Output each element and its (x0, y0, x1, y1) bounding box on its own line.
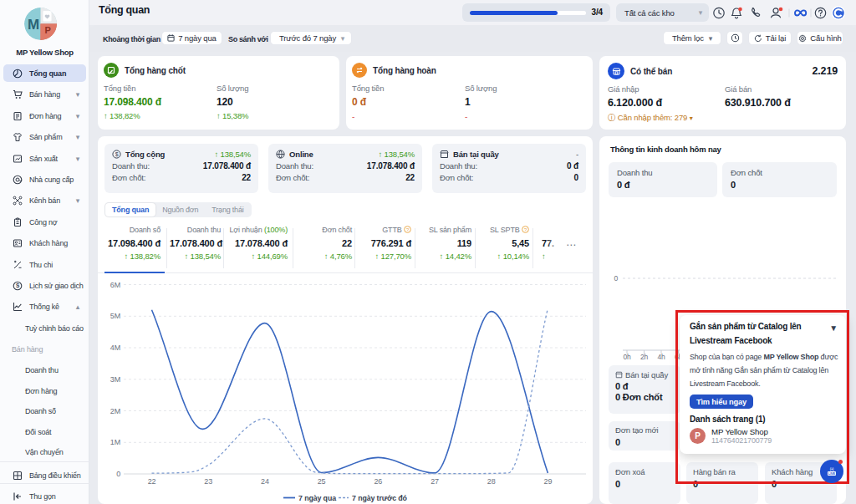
svg-text:S: S (16, 283, 20, 288)
svg-text:7 ngày qua: 7 ngày qua (298, 494, 336, 502)
svg-text:27: 27 (431, 477, 439, 486)
svg-text:23: 23 (204, 477, 212, 486)
svg-text:LIVE: LIVE (828, 471, 836, 476)
svg-text:26: 26 (374, 477, 382, 486)
svg-text:?: ? (406, 227, 410, 232)
svg-text:M: M (28, 17, 39, 33)
svg-text:0h: 0h (623, 353, 631, 361)
svg-text:6M: 6M (110, 281, 120, 289)
svg-text:22: 22 (148, 477, 156, 486)
svg-text:7 ngày trước đó: 7 ngày trước đó (352, 494, 408, 502)
svg-text:24: 24 (261, 477, 269, 486)
svg-text:1M: 1M (110, 438, 120, 446)
svg-text:2M: 2M (110, 407, 120, 415)
svg-text:25: 25 (318, 477, 326, 486)
svg-text:3M: 3M (110, 375, 120, 384)
svg-text:0: 0 (614, 274, 618, 283)
svg-text:P: P (44, 25, 50, 35)
svg-text:?: ? (524, 227, 527, 232)
svg-text:0: 0 (116, 470, 120, 478)
svg-text:29: 29 (544, 477, 553, 486)
svg-text:$: $ (115, 151, 119, 157)
svg-text:28: 28 (487, 477, 496, 486)
svg-text:4M: 4M (110, 344, 120, 352)
svg-text:(•): (•) (830, 466, 834, 471)
svg-text:5M: 5M (110, 312, 120, 320)
svg-text:2h: 2h (640, 353, 649, 361)
svg-text:4h: 4h (657, 353, 665, 361)
